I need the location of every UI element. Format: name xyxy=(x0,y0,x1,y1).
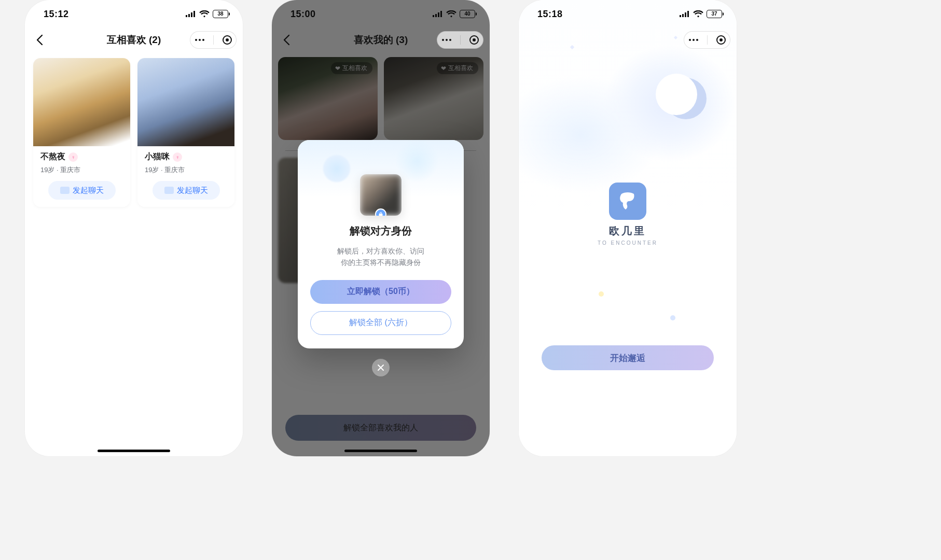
user-photo[interactable] xyxy=(33,58,130,146)
dot-decoration xyxy=(599,291,604,297)
nav-bar: 喜欢我的 (3) xyxy=(272,28,490,52)
chat-bubble-icon xyxy=(164,187,174,194)
user-name: 不熬夜 xyxy=(40,151,65,162)
battery-level: 38 xyxy=(217,11,223,17)
phone-screen-2: 15:00 40 喜欢我的 (3) xyxy=(272,0,490,456)
close-miniprogram-icon[interactable] xyxy=(716,35,726,45)
unlock-now-button[interactable]: 立即解锁（50币） xyxy=(310,280,451,304)
user-card[interactable]: 小猫咪 19岁 · 重庆市 发起聊天 xyxy=(137,58,234,207)
start-chat-button[interactable]: 发起聊天 xyxy=(153,181,220,200)
status-bar: 15:18 37 xyxy=(519,0,737,28)
app-name-en: TO ENCOUNTER xyxy=(519,240,737,246)
battery-icon: 38 xyxy=(213,10,228,18)
modal-avatar xyxy=(360,174,402,216)
miniprogram-capsule[interactable] xyxy=(190,31,237,49)
close-miniprogram-icon[interactable] xyxy=(223,35,232,45)
miniprogram-capsule[interactable] xyxy=(437,31,483,49)
app-name: 欧几里 TO ENCOUNTER xyxy=(519,224,737,246)
unlock-modal: 解锁对方身份 解锁后，对方喜欢你、访问 你的主页将不再隐藏身份 立即解锁（50币… xyxy=(298,140,464,348)
scarf-icon xyxy=(616,190,639,213)
nav-bar xyxy=(519,28,737,52)
app-name-cn: 欧几里 xyxy=(519,224,737,238)
moon-icon xyxy=(665,78,707,119)
chat-button-label: 发起聊天 xyxy=(73,186,104,195)
cellular-icon xyxy=(433,11,443,17)
menu-icon[interactable] xyxy=(689,39,698,41)
gender-female-icon xyxy=(68,152,78,162)
status-icons: 38 xyxy=(186,10,228,18)
back-button[interactable] xyxy=(279,33,294,47)
battery-level: 37 xyxy=(711,11,717,17)
unlock-all-discount-button[interactable]: 解锁全部 (六折） xyxy=(310,311,451,335)
wifi-icon xyxy=(446,10,456,18)
status-bar: 15:12 38 xyxy=(25,0,243,28)
wifi-icon xyxy=(693,10,703,18)
user-card[interactable]: 不熬夜 19岁 · 重庆市 发起聊天 xyxy=(33,58,130,207)
cellular-icon xyxy=(680,11,690,17)
status-icons: 37 xyxy=(680,10,722,18)
battery-level: 40 xyxy=(464,11,470,17)
menu-icon[interactable] xyxy=(442,39,451,41)
gender-female-icon xyxy=(173,152,182,162)
user-meta: 19岁 · 重庆市 xyxy=(145,165,227,175)
page-title: 互相喜欢 (2) xyxy=(107,33,161,47)
user-meta: 19岁 · 重庆市 xyxy=(40,165,123,175)
dot-decoration xyxy=(670,315,675,320)
close-miniprogram-icon[interactable] xyxy=(469,35,479,45)
cellular-icon xyxy=(186,11,196,17)
status-bar: 15:00 40 xyxy=(272,0,490,28)
page-title: 喜欢我的 (3) xyxy=(354,33,408,47)
nav-bar: 互相喜欢 (2) xyxy=(25,28,243,52)
modal-title: 解锁对方身份 xyxy=(298,224,464,238)
status-icons: 40 xyxy=(433,10,475,18)
start-chat-button[interactable]: 发起聊天 xyxy=(48,181,116,200)
back-button[interactable] xyxy=(32,33,47,47)
phone-screen-3: 15:18 37 欧几里 TO ENCOUNTER xyxy=(519,0,737,456)
modal-description: 解锁后，对方喜欢你、访问 你的主页将不再隐藏身份 xyxy=(313,245,448,269)
start-encounter-button[interactable]: 开始邂逅 xyxy=(542,345,714,370)
chat-button-label: 发起聊天 xyxy=(177,186,208,195)
miniprogram-capsule[interactable] xyxy=(684,31,730,49)
modal-close-button[interactable] xyxy=(372,359,390,376)
home-indicator[interactable] xyxy=(98,450,170,452)
battery-icon: 40 xyxy=(460,10,475,18)
status-time: 15:00 xyxy=(290,9,316,20)
wifi-icon xyxy=(199,10,210,18)
phone-screen-1: 15:12 38 互相喜欢 (2) xyxy=(25,0,243,456)
user-photo[interactable] xyxy=(137,58,234,146)
user-name: 小猫咪 xyxy=(145,151,170,162)
battery-icon: 37 xyxy=(707,10,722,18)
chat-bubble-icon xyxy=(60,187,70,194)
app-logo xyxy=(609,183,646,220)
status-time: 15:12 xyxy=(44,9,69,20)
status-time: 15:18 xyxy=(537,9,563,20)
menu-icon[interactable] xyxy=(195,39,204,41)
